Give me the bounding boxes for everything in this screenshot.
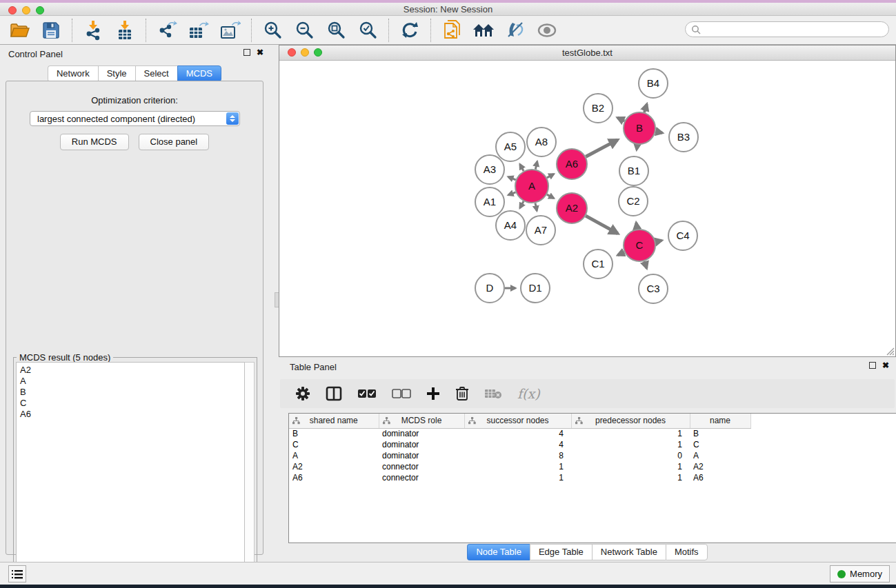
show-column-icon[interactable] xyxy=(326,386,342,401)
result-item[interactable]: B xyxy=(20,387,241,398)
resize-grip-icon[interactable] xyxy=(885,346,895,356)
tab-edge-table[interactable]: Edge Table xyxy=(530,544,592,560)
import-network-icon[interactable] xyxy=(81,19,106,42)
table-cell[interactable]: A2 xyxy=(289,461,379,472)
zoom-fit-icon[interactable] xyxy=(323,19,348,42)
zoom-out-icon[interactable] xyxy=(292,19,317,42)
edge-A2-C[interactable] xyxy=(586,216,617,234)
tab-style[interactable]: Style xyxy=(98,65,135,82)
table-cell[interactable]: 1 xyxy=(571,439,690,450)
open-session-icon[interactable] xyxy=(7,19,32,42)
table-cell[interactable]: 8 xyxy=(464,450,571,461)
table-close-panel-icon[interactable]: ✖ xyxy=(882,362,889,369)
mcds-result-list[interactable]: A2ABCA6 xyxy=(16,362,245,588)
select-all-columns-icon[interactable] xyxy=(357,389,377,398)
tab-node-table[interactable]: Node Table xyxy=(467,544,530,560)
edge-B-B2[interactable] xyxy=(617,118,624,121)
table-cell[interactable]: 1 xyxy=(464,461,571,472)
table-row[interactable]: Bdominator41B xyxy=(289,428,750,439)
tab-select[interactable]: Select xyxy=(135,65,177,82)
table-cell[interactable]: B xyxy=(690,428,750,439)
edge-A6-B[interactable] xyxy=(586,140,617,156)
edge-B-B4[interactable] xyxy=(644,104,647,112)
run-mcds-button[interactable]: Run MCDS xyxy=(60,134,129,150)
save-session-icon[interactable] xyxy=(39,19,63,42)
edge-A-A1[interactable] xyxy=(508,192,516,195)
table-cell[interactable]: C xyxy=(690,439,750,450)
table-cell[interactable]: A2 xyxy=(690,461,750,472)
network-window-titlebar[interactable]: testGlobe.txt xyxy=(279,45,895,61)
edge-C-C1[interactable] xyxy=(618,252,624,255)
result-item[interactable]: A6 xyxy=(20,409,241,420)
optimization-criterion-select[interactable]: largest connected component (directed) xyxy=(30,111,240,126)
tab-motifs[interactable]: Motifs xyxy=(666,544,708,560)
table-cell[interactable]: A xyxy=(690,450,750,461)
export-table-icon[interactable] xyxy=(186,19,211,42)
edge-B-B1[interactable] xyxy=(637,145,637,150)
column-header-predecessor-nodes[interactable]: predecessor nodes xyxy=(571,414,690,428)
table-row[interactable]: Cdominator41C xyxy=(289,439,750,450)
search-input[interactable] xyxy=(685,21,889,37)
edge-A-A8[interactable] xyxy=(535,161,537,169)
table-cell[interactable]: connector xyxy=(379,472,464,483)
table-cell[interactable]: C xyxy=(289,439,379,450)
hide-annotations-icon[interactable] xyxy=(503,19,528,42)
memory-button[interactable]: Memory xyxy=(830,565,890,582)
table-cell[interactable]: A6 xyxy=(690,472,750,483)
tab-mcds[interactable]: MCDS xyxy=(177,65,221,82)
table-cell[interactable]: A xyxy=(289,450,379,461)
edge-C-C4[interactable] xyxy=(655,241,661,242)
edge-A-A7[interactable] xyxy=(535,203,537,210)
table-cell[interactable]: B xyxy=(289,428,379,439)
tab-network[interactable]: Network xyxy=(48,65,98,82)
table-cell[interactable]: dominator xyxy=(379,428,464,439)
column-header-name[interactable]: name xyxy=(690,414,750,428)
function-builder-icon[interactable]: f(x) xyxy=(517,386,540,401)
import-table-icon[interactable] xyxy=(112,19,137,42)
table-gear-icon[interactable] xyxy=(295,386,310,401)
table-cell[interactable]: 1 xyxy=(571,461,690,472)
edge-A-A5[interactable] xyxy=(520,164,524,171)
result-list-scrollbar[interactable] xyxy=(244,362,255,588)
table-cell[interactable]: 0 xyxy=(571,450,690,461)
table-row[interactable]: A6connector11A6 xyxy=(289,472,750,483)
delete-column-icon[interactable] xyxy=(455,386,469,401)
unselect-all-columns-icon[interactable] xyxy=(392,389,411,398)
table-cell[interactable]: 4 xyxy=(464,428,571,439)
network-from-clipboard-icon[interactable] xyxy=(439,19,464,42)
close-panel-icon[interactable]: ✖ xyxy=(257,49,263,56)
zoom-in-icon[interactable] xyxy=(260,19,285,42)
result-item[interactable]: A2 xyxy=(20,365,241,376)
edge-A-A6[interactable] xyxy=(547,174,554,178)
edge-A-A3[interactable] xyxy=(508,177,516,180)
table-cell[interactable]: 1 xyxy=(464,472,571,483)
export-image-icon[interactable] xyxy=(218,19,243,42)
table-cell[interactable]: 4 xyxy=(464,439,571,450)
table-cell[interactable]: dominator xyxy=(379,439,464,450)
table-cell[interactable]: connector xyxy=(379,461,464,472)
apply-layout-icon[interactable] xyxy=(397,19,422,42)
tab-network-table[interactable]: Network Table xyxy=(592,544,666,560)
create-column-icon[interactable] xyxy=(426,387,440,401)
table-row[interactable]: A2connector11A2 xyxy=(289,461,750,472)
edge-A-A2[interactable] xyxy=(547,194,554,199)
result-item[interactable]: C xyxy=(20,398,241,409)
column-header-successor-nodes[interactable]: successor nodes xyxy=(464,414,571,428)
export-network-icon[interactable] xyxy=(155,19,179,42)
edge-A-A4[interactable] xyxy=(520,201,524,208)
close-panel-button[interactable]: Close panel xyxy=(139,134,210,150)
delete-table-icon[interactable] xyxy=(484,388,502,399)
column-header-MCDS-role[interactable]: MCDS role xyxy=(379,414,464,428)
table-row[interactable]: Adominator80A xyxy=(289,450,750,461)
float-panel-icon[interactable] xyxy=(243,49,250,56)
table-cell[interactable]: 1 xyxy=(571,428,690,439)
result-item[interactable]: A xyxy=(20,376,241,387)
network-canvas[interactable]: B4B2BB3A8A5A6B1A3AA1C2A2A4A7C4CC1C3DD1 xyxy=(280,61,895,356)
table-cell[interactable]: 1 xyxy=(571,472,690,483)
edge-C-C2[interactable] xyxy=(636,223,637,229)
column-header-shared-name[interactable]: shared name xyxy=(289,414,379,428)
edge-C-C3[interactable] xyxy=(644,261,646,268)
edge-B-B3[interactable] xyxy=(656,132,663,133)
cybrowser-home-icon[interactable] xyxy=(471,19,496,42)
table-cell[interactable]: A6 xyxy=(289,472,379,483)
